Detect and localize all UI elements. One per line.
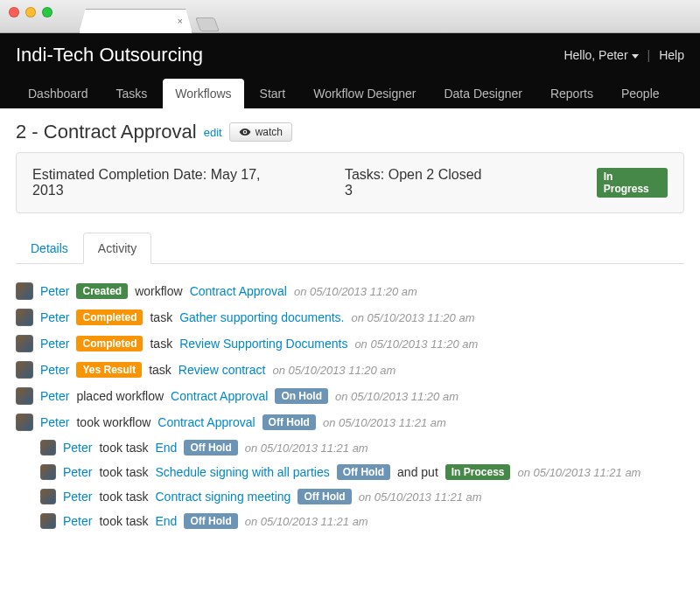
entity-link[interactable]: Review contract (178, 363, 266, 377)
user-link[interactable]: Peter (63, 490, 92, 504)
activity-row: Petertook taskContract signing meetingOf… (40, 484, 684, 509)
watch-label: watch (256, 126, 283, 138)
activity-row: PeterCompletedtaskReview Supporting Docu… (16, 330, 684, 357)
timestamp: on 05/10/2013 11:21 am (359, 490, 482, 504)
status-pill: In Process (445, 464, 511, 480)
user-link[interactable]: Peter (40, 415, 69, 429)
activity-text: took task (99, 465, 148, 479)
new-tab-button[interactable] (195, 17, 220, 31)
avatar[interactable] (40, 464, 56, 480)
window-close-icon[interactable] (9, 7, 19, 17)
entity-link[interactable]: Schedule signing with all parties (156, 465, 330, 479)
nav-tab-data-designer[interactable]: Data Designer (431, 79, 535, 108)
activity-row: Petertook taskSchedule signing with all … (40, 460, 684, 484)
status-pill: Yes Result (76, 362, 142, 378)
browser-chrome: × (0, 0, 700, 33)
user-link[interactable]: Peter (40, 389, 69, 403)
tab-close-icon[interactable]: × (178, 16, 183, 26)
status-pill: On Hold (275, 388, 328, 404)
entity-link[interactable]: Gather supporting documents. (179, 310, 344, 324)
entity-link[interactable]: Review Supporting Documents (179, 337, 347, 351)
activity-row: Petertook taskEndOff Holdon 05/10/2013 1… (40, 509, 684, 533)
status-badge: In Progress (597, 168, 668, 198)
entity-link[interactable]: Contract Approval (190, 284, 287, 298)
activity-text: took task (99, 490, 148, 504)
user-link[interactable]: Peter (40, 363, 69, 377)
main-nav: DashboardTasksWorkflowsStartWorkflow Des… (16, 79, 684, 108)
eye-icon (239, 126, 251, 138)
activity-row: PeterYes ResulttaskReview contracton 05/… (16, 357, 684, 383)
timestamp: on 05/10/2013 11:20 am (294, 285, 417, 298)
browser-tabstrip: × (79, 9, 217, 33)
activity-row: Petertook workflowContract ApprovalOff H… (16, 409, 684, 435)
activity-text: task (150, 337, 172, 351)
activity-row: PeterCreatedworkflowContract Approvalon … (16, 278, 684, 304)
help-link[interactable]: Help (659, 48, 684, 62)
timestamp: on 05/10/2013 11:21 am (245, 515, 368, 528)
entity-link[interactable]: Contract Approval (158, 415, 255, 429)
nav-tab-dashboard[interactable]: Dashboard (16, 79, 101, 108)
content: 2 - Contract Approval edit watch Estimat… (0, 108, 700, 546)
watch-button[interactable]: watch (229, 122, 292, 142)
avatar[interactable] (40, 513, 56, 529)
timestamp: on 05/10/2013 11:21 am (517, 466, 640, 479)
user-menu[interactable]: Hello, Peter (564, 48, 638, 62)
user-link[interactable]: Peter (63, 465, 92, 479)
avatar[interactable] (40, 440, 56, 456)
user-link[interactable]: Peter (40, 337, 69, 351)
activity-text: workflow (135, 284, 182, 298)
site-header: Indi-Tech Outsourcing Hello, Peter | Hel… (0, 33, 700, 108)
caret-down-icon (632, 54, 639, 59)
tab-details[interactable]: Details (16, 233, 83, 264)
avatar[interactable] (16, 335, 33, 352)
user-link[interactable]: Peter (63, 514, 92, 528)
divider: | (648, 48, 651, 62)
activity-row: PeterCompletedtaskGather supporting docu… (16, 304, 684, 330)
avatar[interactable] (16, 309, 33, 326)
summary-bar: Estimated Completion Date: May 17, 2013 … (16, 152, 684, 213)
avatar[interactable] (16, 387, 33, 405)
user-link[interactable]: Peter (63, 441, 92, 455)
entity-link[interactable]: End (156, 514, 178, 528)
window-zoom-icon[interactable] (42, 7, 52, 17)
tab-activity[interactable]: Activity (83, 233, 151, 264)
avatar[interactable] (16, 414, 33, 431)
avatar[interactable] (16, 361, 33, 379)
status-pill: Off Hold (184, 513, 237, 529)
status-pill: Off Hold (337, 464, 390, 480)
activity-feed: PeterCreatedworkflowContract Approvalon … (16, 278, 684, 533)
window-minimize-icon[interactable] (25, 7, 36, 17)
nav-tab-start[interactable]: Start (248, 79, 298, 108)
nav-tab-people[interactable]: People (609, 79, 672, 108)
activity-text: placed workflow (76, 389, 164, 403)
status-pill: Completed (76, 309, 143, 325)
nav-tab-tasks[interactable]: Tasks (104, 79, 160, 108)
user-link[interactable]: Peter (40, 284, 69, 298)
entity-link[interactable]: Contract signing meeting (156, 490, 291, 504)
user-link[interactable]: Peter (40, 310, 69, 324)
browser-tab[interactable]: × (79, 9, 192, 33)
timestamp: on 05/10/2013 11:20 am (354, 337, 478, 351)
nav-tab-reports[interactable]: Reports (538, 79, 606, 108)
completion-date: Estimated Completion Date: May 17, 2013 (32, 167, 292, 198)
nav-tab-workflows[interactable]: Workflows (163, 79, 243, 108)
edit-link[interactable]: edit (204, 126, 222, 139)
window-controls (9, 7, 52, 17)
activity-text: took workflow (76, 415, 150, 429)
entity-link[interactable]: End (156, 441, 178, 455)
avatar[interactable] (16, 282, 33, 300)
activity-text: task (149, 363, 172, 377)
activity-row: Petertook taskEndOff Holdon 05/10/2013 1… (40, 435, 684, 460)
status-pill: Off Hold (262, 414, 316, 430)
timestamp: on 05/10/2013 11:21 am (323, 416, 446, 429)
status-pill: Off Hold (298, 489, 351, 504)
task-counts: Tasks: Open 2 Closed 3 (345, 167, 492, 198)
status-pill: Created (76, 283, 128, 299)
nav-tab-workflow-designer[interactable]: Workflow Designer (301, 79, 428, 108)
brand-title: Indi-Tech Outsourcing (16, 44, 203, 66)
page-title-row: 2 - Contract Approval edit watch (16, 121, 684, 143)
entity-link[interactable]: Contract Approval (171, 389, 268, 403)
avatar[interactable] (40, 489, 56, 504)
activity-text: took task (99, 441, 148, 455)
activity-text: and put (397, 465, 438, 479)
